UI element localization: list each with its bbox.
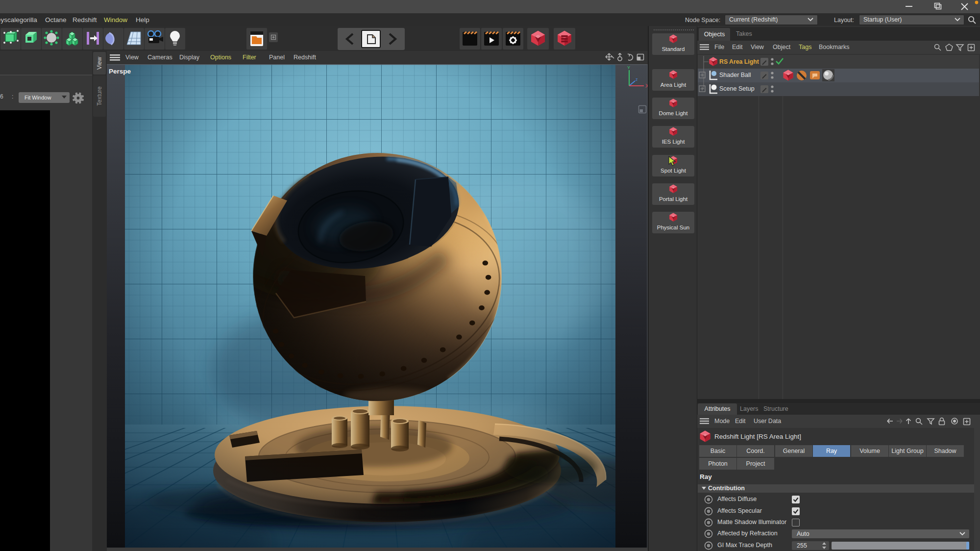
svg-text:Perspe: Perspe	[109, 68, 131, 75]
svg-text:z: z	[636, 77, 638, 82]
svg-text:Y: Y	[627, 65, 630, 70]
